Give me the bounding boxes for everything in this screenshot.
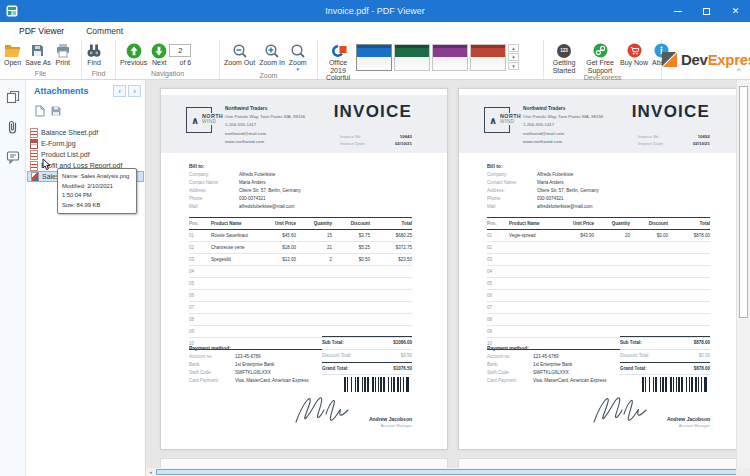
- skin-gallery: [356, 42, 506, 71]
- zoom-dropdown-button[interactable]: Zoom ▾: [287, 42, 309, 72]
- invoice-table-row: 07: [189, 302, 412, 314]
- attachment-tooltip: Name: Sales Analysis.png Modified: 2/10/…: [57, 168, 137, 214]
- ribbon: Open Save As Print File Find F: [0, 40, 750, 80]
- page-thumbnails-button[interactable]: [4, 88, 22, 106]
- vertical-scrollbar-thumb[interactable]: [739, 86, 748, 318]
- zoom-in-label: Zoom In: [259, 59, 285, 67]
- company-info: Northwind TradersOne Portals Way, Twin P…: [225, 104, 305, 147]
- open-folder-icon: [4, 42, 21, 59]
- next-button[interactable]: Next: [149, 42, 169, 67]
- zoom-in-icon: [264, 42, 280, 59]
- ribbon-group-zoom: Zoom Out Zoom In Zoom ▾ Zoom: [220, 40, 318, 79]
- maximize-button[interactable]: [692, 0, 721, 22]
- totals-section: Sub Total:$878.00 Discount Total:$0.00 G…: [620, 336, 710, 375]
- invoice-table-row: 06: [487, 290, 710, 302]
- save-icon: [30, 42, 45, 59]
- next-row-page-fragment: [458, 458, 736, 468]
- window-title: Invoice.pdf - PDF Viewer: [0, 6, 750, 16]
- payment-row: Swift Code:SWFTKLG6LXXX: [189, 370, 319, 375]
- getting-started-button[interactable]: 123 Getting Started: [546, 42, 582, 74]
- attachment-name: E-Form.jpg: [41, 140, 76, 147]
- cart-icon: [627, 42, 642, 59]
- invoice-table-row: 05: [487, 278, 710, 290]
- gallery-up-button[interactable]: ▴: [508, 44, 519, 52]
- tab-comment[interactable]: Comment: [77, 23, 132, 40]
- barcode: [642, 377, 710, 392]
- skin-swatch-green[interactable]: [394, 44, 430, 71]
- scroll-left-button[interactable]: ◂: [146, 468, 155, 476]
- horizontal-scrollbar[interactable]: ◂ ▸: [146, 468, 750, 476]
- pdf-file-icon: [30, 128, 38, 138]
- invoice-table-row: 04: [189, 266, 412, 278]
- signer-role: Account Manager: [679, 423, 710, 428]
- attachment-open-icon: [34, 105, 45, 117]
- next-circle-down-icon: [151, 42, 167, 59]
- bill-to-section: Bill to:Company:Alfreds FutterkisteConta…: [487, 163, 599, 209]
- zoom-icon: [290, 42, 306, 59]
- payment-row: Bank:1st Enterprise Bank: [189, 362, 319, 367]
- payment-row: Card Payment:Visa, MasterCard, American …: [487, 378, 617, 383]
- attachment-item[interactable]: Balance Sheet.pdf: [27, 127, 144, 138]
- skin-swatch-red[interactable]: [470, 44, 506, 71]
- invoice-page-1: ∧ NORTHWIND Northwind TradersOne Portals…: [160, 88, 448, 450]
- invoice-header-band: ∧ NORTHWIND Northwind TradersOne Portals…: [459, 95, 736, 153]
- gallery-expand-button[interactable]: ▾: [508, 62, 519, 70]
- save-as-button[interactable]: Save As: [23, 42, 53, 67]
- page-count-label: of 6: [180, 59, 192, 66]
- form-file-icon: [30, 139, 38, 149]
- skin-swatch-blue[interactable]: [356, 44, 392, 71]
- scrollbar-corner: [736, 468, 750, 476]
- tab-pdf-viewer[interactable]: PDF Viewer: [10, 23, 73, 40]
- printer-icon: [55, 42, 71, 59]
- billto-row: Mail:alfredsfutterkiste@mail.com: [487, 204, 599, 209]
- horizontal-scrollbar-thumb[interactable]: [156, 469, 740, 475]
- comments-button[interactable]: [4, 148, 22, 166]
- save-attachment-button[interactable]: [50, 103, 62, 121]
- open-attachment-button[interactable]: [34, 103, 45, 121]
- minimize-button[interactable]: [663, 0, 692, 22]
- attachments-panel-title: Attachments: [34, 86, 111, 96]
- attachments-button[interactable]: [4, 118, 22, 136]
- billto-row: Contact Name:Maria Anders: [189, 180, 301, 185]
- invoice-table: Pos.Product NameUnit PriceQuantityDiscou…: [189, 217, 412, 350]
- group-label-find: Find: [82, 70, 115, 79]
- find-button[interactable]: Find: [84, 42, 104, 67]
- panel-collapse-button[interactable]: ‹: [113, 85, 126, 97]
- office-icon: [330, 42, 347, 59]
- northwind-logo-text: NORTHWIND: [499, 113, 522, 125]
- signature-block: Andrew Jacobson Account Manager: [290, 392, 412, 442]
- previous-button[interactable]: Previous: [118, 42, 149, 67]
- image-file-icon: [31, 172, 39, 182]
- invoice-header-band: ∧ NORTHWIND Northwind TradersOne Portals…: [161, 95, 447, 153]
- tooltip-modified: Modified: 2/10/2021 1:50:04 PM: [62, 182, 132, 201]
- ribbon-group-devexpress: 123 Getting Started Get Free Support Buy…: [544, 40, 662, 79]
- gallery-down-button[interactable]: ▾: [508, 53, 519, 61]
- group-label-file: File: [0, 70, 81, 79]
- attachment-item[interactable]: E-Form.jpg: [27, 138, 144, 149]
- zoom-in-button[interactable]: Zoom In: [257, 42, 287, 67]
- print-button[interactable]: Print: [53, 42, 73, 67]
- buy-now-button[interactable]: Buy Now: [618, 42, 650, 67]
- ribbon-collapse-button[interactable]: ^: [733, 64, 745, 76]
- pages-icon: [6, 90, 20, 104]
- skin-office-label-line1: Office 2019: [322, 59, 354, 74]
- skin-swatch-purple[interactable]: [432, 44, 468, 71]
- billto-row: Company:Alfreds Futterkiste: [189, 172, 301, 177]
- attachments-panel: Attachments ‹ › Balance Sheet.pdfE-Form.…: [26, 80, 146, 476]
- panel-expand-button[interactable]: ›: [128, 85, 141, 97]
- invoice-table-row: 05: [189, 278, 412, 290]
- viewer[interactable]: ∧ NORTHWIND Northwind TradersOne Portals…: [146, 80, 736, 468]
- buy-now-label: Buy Now: [620, 59, 648, 67]
- zoom-out-button[interactable]: Zoom Out: [222, 42, 257, 67]
- open-button[interactable]: Open: [2, 42, 23, 67]
- ribbon-group-navigation: Previous Next of 6 Navigation: [116, 40, 220, 79]
- devexpress-logo-mark: [662, 52, 677, 67]
- vertical-scrollbar[interactable]: [736, 80, 750, 468]
- skin-office-2019-colorful-button[interactable]: Office 2019 Colorful: [320, 42, 356, 82]
- page-number-input[interactable]: [169, 44, 191, 57]
- close-button[interactable]: ✕: [721, 0, 750, 22]
- invoice-meta: Invoice №:10643 Invoice Date:02/10/21: [340, 131, 412, 146]
- get-free-support-button[interactable]: Get Free Support: [582, 42, 618, 74]
- ribbon-group-file: Open Save As Print File: [0, 40, 82, 79]
- ribbon-group-find: Find Find: [82, 40, 116, 79]
